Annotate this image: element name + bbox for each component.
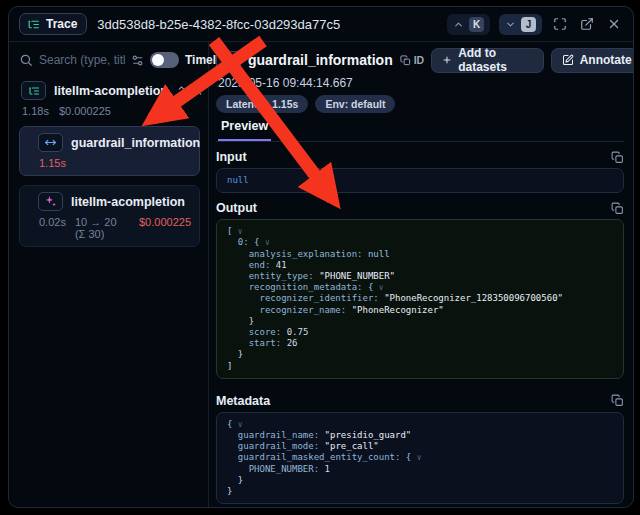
input-section-title: Input bbox=[216, 150, 247, 164]
observation-timestamp: 2025-05-16 09:44:14.667 bbox=[218, 76, 624, 90]
latency-badge: Latency: 1.15s bbox=[216, 95, 308, 113]
square-pen-icon bbox=[562, 54, 574, 66]
top-bar-actions: K J bbox=[447, 14, 623, 35]
tree-item-litellm-acompletion[interactable]: litellm-acompletion 0.02s 10 → 20 (Σ 30)… bbox=[19, 185, 200, 247]
observation-detail-panel: guardrail_information ID Add to datasets… bbox=[209, 42, 633, 508]
observation-actions: Add to datasets Annotate bbox=[431, 48, 633, 73]
item-latency: 0.02s bbox=[39, 216, 66, 240]
root-latency: 1.18s bbox=[22, 105, 49, 117]
tree-root-label: litellm-acompletion bbox=[54, 84, 168, 98]
annotate-split-button: Annotate bbox=[551, 48, 633, 73]
chevrons-up-icon[interactable] bbox=[176, 85, 187, 96]
tree-root-stats: 1.18s $0.000225 bbox=[22, 105, 200, 117]
close-button[interactable] bbox=[605, 15, 623, 33]
search-icon bbox=[19, 53, 33, 67]
filter-sliders-icon[interactable] bbox=[131, 54, 144, 67]
generation-sparkle-icon bbox=[38, 192, 63, 211]
maximize-button[interactable] bbox=[551, 15, 569, 33]
output-section-title: Output bbox=[216, 201, 257, 215]
tree-item-label: guardrail_information bbox=[71, 136, 200, 150]
observation-title: guardrail_information bbox=[248, 52, 393, 68]
item-latency: 1.15s bbox=[39, 157, 66, 169]
span-arrows-icon bbox=[216, 51, 241, 70]
timeline-toggle[interactable] bbox=[150, 52, 179, 68]
root-cost: $0.000225 bbox=[59, 105, 111, 117]
add-to-datasets-label: Add to datasets bbox=[458, 46, 533, 74]
chevron-down-icon bbox=[505, 19, 516, 30]
input-section-header: Input bbox=[216, 150, 624, 164]
metadata-code-block: { ∨ guardrail_name: "presidio_guard" gua… bbox=[216, 412, 624, 504]
annotate-label: Annotate bbox=[580, 53, 632, 67]
trace-type-badge: Trace bbox=[19, 13, 87, 35]
trace-id: 3dd538d8-b25e-4382-8fcc-03d293da77c5 bbox=[97, 17, 340, 32]
input-code-block: null bbox=[216, 168, 624, 193]
tree-root-item[interactable]: litellm-acompletion bbox=[19, 81, 200, 100]
copy-id-button[interactable]: ID bbox=[400, 54, 425, 66]
observation-badges: Latency: 1.15s Env: default bbox=[216, 95, 624, 113]
item-cost: $0.000225 bbox=[139, 216, 191, 240]
trace-tree: litellm-acompletion 1.18s $0.000225 bbox=[19, 81, 200, 247]
plus-icon bbox=[442, 54, 452, 66]
copy-metadata-button[interactable] bbox=[611, 394, 624, 407]
tree-item-guardrail-information[interactable]: guardrail_information 1.15s bbox=[19, 126, 200, 176]
next-item-button[interactable]: J bbox=[499, 14, 542, 35]
maximize-icon bbox=[553, 17, 567, 31]
output-section-header: Output bbox=[216, 201, 624, 215]
trace-badge-label: Trace bbox=[46, 17, 77, 31]
toggle-knob bbox=[152, 54, 164, 66]
list-tree-icon bbox=[27, 18, 40, 31]
tab-preview[interactable]: Preview bbox=[218, 119, 271, 141]
span-arrows-icon bbox=[38, 133, 63, 152]
chevron-up-icon bbox=[453, 19, 464, 30]
copy-output-button[interactable] bbox=[611, 202, 624, 215]
trace-root-icon bbox=[21, 81, 46, 100]
previous-item-button[interactable]: K bbox=[447, 14, 490, 35]
tree-item-label: litellm-acompletion bbox=[71, 195, 185, 209]
search-input[interactable]: Search (type, titl bbox=[39, 53, 125, 67]
add-to-datasets-button[interactable]: Add to datasets bbox=[431, 48, 544, 73]
metadata-section-header: Metadata bbox=[216, 394, 624, 408]
id-label: ID bbox=[414, 54, 425, 66]
detail-tabs: Preview bbox=[216, 119, 624, 142]
trace-detail-window: Trace 3dd538d8-b25e-4382-8fcc-03d293da77… bbox=[8, 6, 634, 508]
tree-search-row: Search (type, titl Timeline bbox=[19, 52, 200, 68]
copy-icon bbox=[611, 151, 624, 164]
copy-icon bbox=[611, 202, 624, 215]
output-code-block: [ ∨ 0: { ∨ analysis_explanation: null en… bbox=[216, 219, 624, 379]
item-tokens: 10 → 20 (Σ 30) bbox=[75, 216, 130, 240]
metadata-section-title: Metadata bbox=[216, 394, 270, 408]
observation-header: guardrail_information ID Add to datasets… bbox=[216, 48, 624, 72]
shortcut-key-k: K bbox=[469, 17, 484, 32]
chevrons-fold-icon[interactable] bbox=[193, 85, 204, 96]
annotate-button[interactable]: Annotate bbox=[552, 49, 633, 72]
open-external-button[interactable] bbox=[578, 15, 596, 33]
copy-input-button[interactable] bbox=[611, 151, 624, 164]
close-icon bbox=[607, 17, 621, 31]
env-badge: Env: default bbox=[315, 95, 395, 113]
shortcut-key-j: J bbox=[521, 17, 536, 32]
copy-icon bbox=[400, 55, 411, 66]
trace-tree-sidebar: Search (type, titl Timeline litellm-acom… bbox=[9, 42, 209, 508]
external-link-icon bbox=[580, 17, 594, 31]
tree-fold-controls bbox=[176, 85, 204, 96]
top-bar: Trace 3dd538d8-b25e-4382-8fcc-03d293da77… bbox=[9, 7, 633, 42]
copy-icon bbox=[611, 394, 624, 407]
